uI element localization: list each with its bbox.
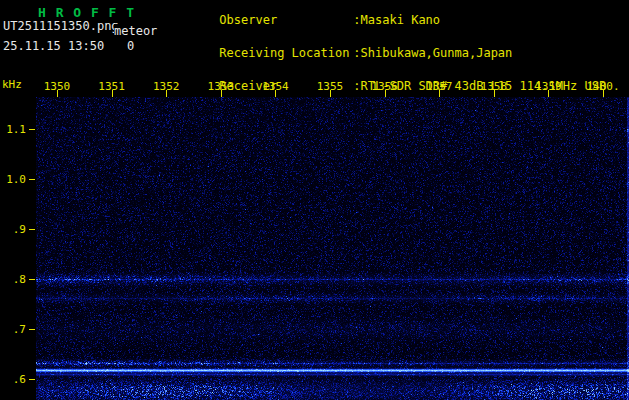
echo-count: 0 bbox=[127, 39, 134, 53]
datetime-label: 25.11.15 13:50 bbox=[3, 39, 104, 53]
info-label: Observer bbox=[219, 15, 353, 26]
x-tick-mark bbox=[221, 90, 222, 97]
x-tick-mark bbox=[57, 90, 58, 97]
y-tick-label: .6 bbox=[0, 373, 26, 386]
y-tick-label: .7 bbox=[0, 323, 26, 336]
output-filename: UT2511151350.png bbox=[3, 19, 119, 33]
y-tick-label: .8 bbox=[0, 273, 26, 286]
x-tick-mark bbox=[603, 90, 604, 97]
y-tick-mark bbox=[29, 329, 35, 330]
info-row-location: Receiving Location:Shibukawa,Gunma,Japan bbox=[176, 37, 606, 70]
info-row-observer: Observer:Masaki Kano bbox=[176, 4, 606, 37]
y-tick-mark bbox=[29, 129, 35, 130]
hrofft-screen: H R O F F T UT2511151350.png meteor 25.1… bbox=[0, 0, 629, 400]
info-value: :Masaki Kano bbox=[353, 13, 440, 27]
info-label: Receiving Location bbox=[219, 48, 353, 59]
y-tick-mark bbox=[29, 379, 35, 380]
spectrogram-canvas bbox=[36, 97, 629, 400]
x-tick-mark bbox=[439, 90, 440, 97]
x-tick-mark bbox=[385, 90, 386, 97]
x-tick-mark bbox=[548, 90, 549, 97]
y-tick-mark bbox=[29, 229, 35, 230]
info-value: :Shibukawa,Gunma,Japan bbox=[353, 46, 512, 60]
x-tick-mark bbox=[112, 90, 113, 97]
y-tick-label: .9 bbox=[0, 223, 26, 236]
session-label: meteor bbox=[114, 24, 157, 38]
x-tick-mark bbox=[275, 90, 276, 97]
y-tick-label: 1.1 bbox=[0, 123, 26, 136]
x-tick-mark bbox=[330, 90, 331, 97]
x-tick-mark bbox=[494, 90, 495, 97]
x-tick-mark bbox=[166, 90, 167, 97]
y-axis-unit: kHz bbox=[2, 78, 22, 91]
y-tick-label: 1.0 bbox=[0, 173, 26, 186]
y-tick-mark bbox=[29, 179, 35, 180]
app-title: H R O F F T bbox=[38, 5, 135, 20]
y-tick-mark bbox=[29, 279, 35, 280]
